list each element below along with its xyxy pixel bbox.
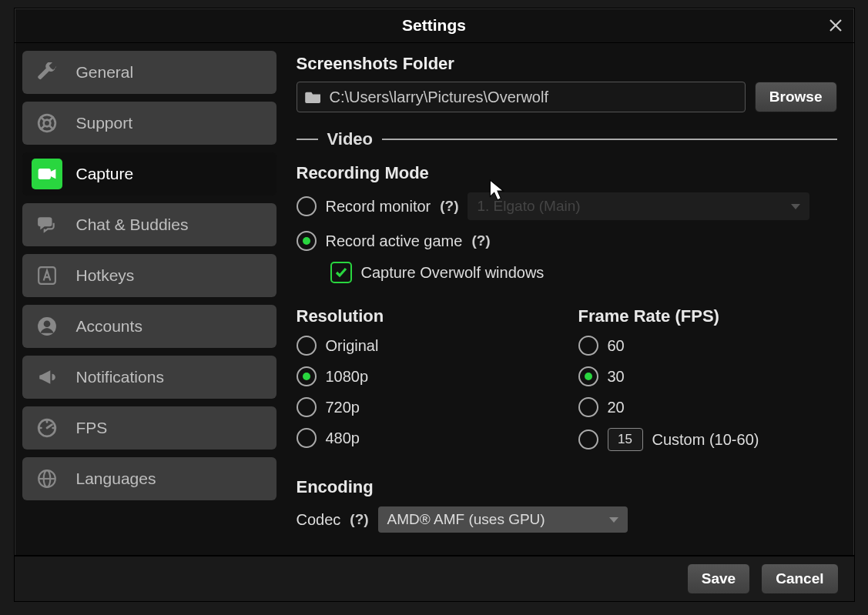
record-monitor-help[interactable]: (?) <box>440 198 458 215</box>
settings-content[interactable]: Screenshots Folder C:\Users\larry\Pictur… <box>283 43 854 555</box>
resolution-option-label: 720p <box>326 399 360 416</box>
svg-rect-8 <box>39 169 50 179</box>
titlebar: Settings <box>15 8 854 43</box>
sidebar-item-label: Notifications <box>76 368 164 386</box>
sidebar-item-general[interactable]: General <box>22 51 276 94</box>
resolution-option-label: Original <box>326 337 379 355</box>
fps-option-label: 60 <box>608 337 625 355</box>
resolution-group: Resolution Original 1080p 720p 480p <box>297 302 555 462</box>
checkbox-capture-overwolf-windows[interactable] <box>330 262 352 283</box>
sidebar-item-label: General <box>76 63 134 82</box>
record-active-game-label: Record active game <box>326 232 463 250</box>
resolution-option-label: 1080p <box>326 368 369 386</box>
sidebar: General Support Capture Chat & Buddies H… <box>15 43 283 555</box>
radio-resolution-720p[interactable] <box>297 397 317 417</box>
svg-line-5 <box>49 116 53 120</box>
svg-line-7 <box>49 125 53 129</box>
encoding-heading: Encoding <box>297 477 837 497</box>
sidebar-item-label: Accounts <box>76 317 142 336</box>
sidebar-item-label: Capture <box>76 165 134 183</box>
fps-custom-label: Custom (10-60) <box>652 431 759 449</box>
sidebar-item-label: Hotkeys <box>76 266 135 285</box>
radio-resolution-original[interactable] <box>297 336 317 356</box>
resolution-option-label: 480p <box>326 429 360 447</box>
sidebar-item-label: Chat & Buddies <box>76 216 189 234</box>
fps-heading: Frame Rate (FPS) <box>578 306 837 326</box>
video-section-divider: Video <box>297 129 837 149</box>
svg-line-6 <box>40 125 44 129</box>
radio-resolution-480p[interactable] <box>297 428 317 448</box>
dialog-footer: Save Cancel <box>15 555 854 601</box>
monitor-select-value: 1. Elgato (Main) <box>477 198 580 215</box>
sidebar-item-accounts[interactable]: Accounts <box>22 305 276 348</box>
fps-option-label: 30 <box>608 368 625 386</box>
screenshots-path-value: C:\Users\larry\Pictures\Overwolf <box>330 89 549 106</box>
sidebar-item-support[interactable]: Support <box>22 102 276 145</box>
close-icon <box>828 18 843 33</box>
sidebar-item-hotkeys[interactable]: Hotkeys <box>22 254 276 297</box>
settings-dialog: Settings General Support Capture Chat & … <box>14 8 855 602</box>
sidebar-item-languages[interactable]: Languages <box>22 457 276 500</box>
radio-fps-custom[interactable] <box>578 429 598 450</box>
check-icon <box>335 266 347 279</box>
radio-fps-60[interactable] <box>578 336 598 356</box>
sidebar-item-chat-buddies[interactable]: Chat & Buddies <box>22 203 276 246</box>
screenshots-path-input[interactable]: C:\Users\larry\Pictures\Overwolf <box>297 82 746 112</box>
letter-a-icon <box>37 266 57 286</box>
cancel-button[interactable]: Cancel <box>761 563 838 594</box>
sidebar-item-capture[interactable]: Capture <box>22 152 276 196</box>
camera-icon <box>37 164 57 184</box>
lifebuoy-icon <box>37 113 57 133</box>
globe-icon <box>37 469 57 489</box>
svg-line-4 <box>40 116 44 120</box>
fps-group: Frame Rate (FPS) 60 30 20 Custom (10-60) <box>578 302 837 462</box>
user-icon <box>37 316 57 336</box>
gauge-icon <box>37 418 57 438</box>
sidebar-item-label: Support <box>76 114 133 132</box>
recording-mode-heading: Recording Mode <box>297 163 837 183</box>
chevron-down-icon <box>609 517 618 523</box>
sidebar-item-notifications[interactable]: Notifications <box>22 356 276 399</box>
screenshots-folder-heading: Screenshots Folder <box>297 54 837 74</box>
fps-option-label: 20 <box>608 399 625 416</box>
megaphone-icon <box>37 367 57 387</box>
wrench-icon <box>37 62 57 82</box>
record-active-game-help[interactable]: (?) <box>471 232 490 249</box>
record-monitor-label: Record monitor <box>326 198 431 216</box>
radio-fps-30[interactable] <box>578 366 598 386</box>
fps-custom-input[interactable] <box>608 428 643 451</box>
dialog-title: Settings <box>402 16 466 35</box>
chat-icon <box>37 215 57 235</box>
folder-icon <box>305 90 322 104</box>
codec-label: Codec <box>297 511 341 529</box>
chevron-down-icon <box>791 204 800 209</box>
resolution-heading: Resolution <box>297 306 555 326</box>
browse-button[interactable]: Browse <box>755 82 837 112</box>
radio-record-monitor[interactable] <box>297 196 317 216</box>
svg-point-11 <box>43 320 50 327</box>
sidebar-item-label: Languages <box>76 470 156 488</box>
codec-help[interactable]: (?) <box>350 511 368 528</box>
codec-select[interactable]: AMD® AMF (uses GPU) <box>378 506 628 533</box>
svg-point-3 <box>43 120 50 127</box>
radio-fps-20[interactable] <box>578 397 598 417</box>
close-button[interactable] <box>825 15 846 36</box>
codec-select-value: AMD® AMF (uses GPU) <box>387 511 545 528</box>
radio-record-active-game[interactable] <box>297 231 317 251</box>
video-section-label: Video <box>327 129 374 149</box>
capture-overwolf-label: Capture Overwolf windows <box>361 264 545 282</box>
radio-resolution-1080p[interactable] <box>297 366 317 386</box>
sidebar-item-fps[interactable]: FPS <box>22 406 276 450</box>
save-button[interactable]: Save <box>687 563 750 594</box>
sidebar-item-label: FPS <box>76 419 108 437</box>
monitor-select: 1. Elgato (Main) <box>468 192 809 220</box>
